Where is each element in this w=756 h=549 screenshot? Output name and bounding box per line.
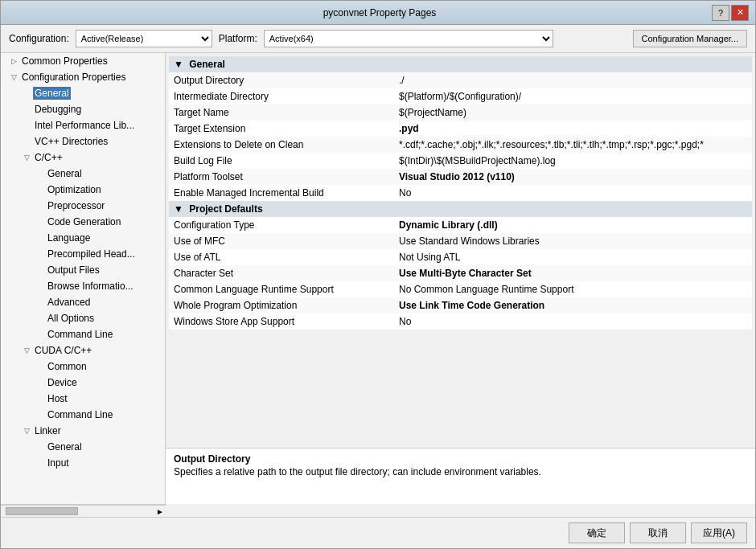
prop-value-clr-support: No Common Language Runtime Support: [394, 281, 752, 297]
table-row[interactable]: Character Set Use Multi-Byte Character S…: [169, 265, 752, 281]
sidebar-item-cuda-device[interactable]: Device: [1, 375, 165, 391]
sidebar-label-advanced: Advanced: [46, 296, 92, 309]
configuration-select[interactable]: Active(Release): [76, 30, 212, 47]
toggle-debugging: [20, 103, 33, 116]
table-row[interactable]: Enable Managed Incremental Build No: [169, 185, 752, 201]
prop-name-clr-support: Common Language Runtime Support: [169, 281, 394, 297]
sidebar-item-linker-input[interactable]: Input: [1, 455, 165, 471]
sidebar-item-code-generation[interactable]: Code Generation: [1, 214, 165, 230]
sidebar-item-output-files[interactable]: Output Files: [1, 262, 165, 278]
sidebar-item-linker-general[interactable]: General: [1, 439, 165, 455]
prop-value-win-store-support: No: [394, 313, 752, 330]
apply-button[interactable]: 应用(A): [691, 522, 747, 543]
platform-label: Platform:: [219, 33, 257, 44]
sidebar-item-cuda-cpp[interactable]: ▽ CUDA C/C++: [1, 342, 165, 358]
prop-value-use-atl: Not Using ATL: [394, 249, 752, 265]
sidebar-item-browse-info[interactable]: Browse Informatio...: [1, 278, 165, 294]
sidebar-item-cuda-cmdline[interactable]: Command Line: [1, 407, 165, 423]
sidebar-label-cpp-general: General: [46, 167, 84, 180]
section-project-defaults: ▼ Project Defaults: [169, 201, 752, 217]
toggle-common-properties[interactable]: ▷: [7, 55, 20, 68]
section-general: ▼ General: [169, 56, 752, 72]
prop-name-use-atl: Use of ATL: [169, 249, 394, 265]
sidebar-item-intel-perf[interactable]: Intel Performance Lib...: [1, 117, 165, 133]
sidebar-label-code-generation: Code Generation: [46, 215, 122, 228]
table-row[interactable]: Whole Program Optimization Use Link Time…: [169, 297, 752, 313]
ok-button[interactable]: 确定: [569, 522, 625, 543]
prop-name-charset: Character Set: [169, 265, 394, 281]
bottom-bar: 确定 取消 应用(A): [1, 517, 755, 548]
sidebar-item-cuda-host[interactable]: Host: [1, 391, 165, 407]
sidebar-item-common-properties[interactable]: ▷ Common Properties: [1, 53, 165, 69]
table-row[interactable]: Platform Toolset Visual Studio 2012 (v11…: [169, 169, 752, 185]
table-row[interactable]: Use of ATL Not Using ATL: [169, 249, 752, 265]
toggle-configuration-properties[interactable]: ▽: [7, 71, 20, 84]
right-panel: ▼ General Output Directory ./ Intermedia…: [166, 53, 755, 504]
sidebar-item-debugging[interactable]: Debugging: [1, 101, 165, 117]
table-row[interactable]: Intermediate Directory $(Platform)/$(Con…: [169, 88, 752, 104]
main-content: ▷ Common Properties ▽ Configuration Prop…: [1, 53, 755, 504]
sidebar-label-cuda-cmdline: Command Line: [46, 408, 114, 421]
sidebar-item-vc-dirs[interactable]: VC++ Directories: [1, 133, 165, 150]
info-panel: Output Directory Specifies a relative pa…: [166, 448, 755, 504]
sidebar-label-linker-input: Input: [46, 457, 71, 469]
toggle-cpp[interactable]: ▽: [20, 151, 33, 164]
cancel-button[interactable]: 取消: [630, 522, 686, 543]
sidebar-item-precompiled-headers[interactable]: Precompiled Head...: [1, 246, 165, 262]
sidebar-item-optimization[interactable]: Optimization: [1, 182, 165, 198]
sidebar-item-general[interactable]: General: [1, 85, 165, 101]
toggle-general: [20, 87, 33, 100]
sidebar-label-optimization: Optimization: [46, 183, 103, 196]
sidebar-item-all-options[interactable]: All Options: [1, 310, 165, 326]
config-label: Configuration:: [9, 33, 69, 44]
table-row[interactable]: Build Log File $(IntDir)\$(MSBuildProjec…: [169, 153, 752, 169]
table-row[interactable]: Target Name $(ProjectName): [169, 104, 752, 121]
table-row[interactable]: Output Directory ./: [169, 72, 752, 88]
prop-value-output-dir: ./: [394, 72, 752, 88]
table-row[interactable]: Target Extension .pyd: [169, 121, 752, 137]
prop-name-intermediate-dir: Intermediate Directory: [169, 88, 394, 104]
sidebar: ▷ Common Properties ▽ Configuration Prop…: [1, 53, 166, 504]
platform-select[interactable]: Active(x64): [264, 30, 553, 47]
prop-value-build-log: $(IntDir)\$(MSBuildProjectName).log: [394, 153, 752, 169]
properties-table: ▼ General Output Directory ./ Intermedia…: [166, 53, 755, 448]
sidebar-label-browse-info: Browse Informatio...: [46, 280, 135, 293]
toggle-cuda-cpp[interactable]: ▽: [20, 344, 33, 357]
sidebar-item-configuration-properties[interactable]: ▽ Configuration Properties: [1, 69, 165, 85]
help-button[interactable]: ?: [712, 5, 729, 21]
sidebar-label-language: Language: [46, 231, 92, 244]
info-description: Specifies a relative path to the output …: [174, 466, 747, 477]
sidebar-item-command-line-cpp[interactable]: Command Line: [1, 326, 165, 342]
table-row[interactable]: Configuration Type Dynamic Library (.dll…: [169, 217, 752, 233]
toggle-linker[interactable]: ▽: [20, 424, 33, 437]
sidebar-item-language[interactable]: Language: [1, 230, 165, 246]
sidebar-label-all-options: All Options: [46, 312, 96, 325]
sidebar-label-preprocessor: Preprocessor: [46, 199, 106, 212]
prop-value-whole-prog-opt: Use Link Time Code Generation: [394, 297, 752, 313]
property-pages-window: pyconvnet Property Pages ? ✕ Configurati…: [0, 0, 756, 549]
sidebar-item-cuda-common[interactable]: Common: [1, 358, 165, 375]
close-button[interactable]: ✕: [731, 5, 749, 21]
sidebar-item-cpp-general[interactable]: General: [1, 166, 165, 182]
table-row[interactable]: Use of MFC Use Standard Windows Librarie…: [169, 233, 752, 249]
prop-value-target-name: $(ProjectName): [394, 104, 752, 121]
prop-value-extensions-delete: *.cdf;*.cache;*.obj;*.ilk;*.resources;*.…: [394, 137, 752, 153]
prop-name-output-dir: Output Directory: [169, 72, 394, 88]
prop-grid: ▼ General Output Directory ./ Intermedia…: [169, 56, 752, 330]
table-row[interactable]: Common Language Runtime Support No Commo…: [169, 281, 752, 297]
prop-value-use-mfc: Use Standard Windows Libraries: [394, 233, 752, 249]
window-title: pyconvnet Property Pages: [47, 7, 712, 18]
sidebar-item-linker[interactable]: ▽ Linker: [1, 423, 165, 439]
sidebar-scroll-right[interactable]: ►: [156, 507, 164, 516]
sidebar-item-preprocessor[interactable]: Preprocessor: [1, 198, 165, 214]
table-row[interactable]: Windows Store App Support No: [169, 313, 752, 330]
prop-name-whole-prog-opt: Whole Program Optimization: [169, 297, 394, 313]
sidebar-item-cpp[interactable]: ▽ C/C++: [1, 150, 165, 166]
sidebar-label-cpp: C/C++: [33, 151, 64, 164]
sidebar-label-output-files: Output Files: [46, 264, 101, 277]
config-manager-button[interactable]: Configuration Manager...: [633, 30, 747, 47]
sidebar-item-advanced[interactable]: Advanced: [1, 294, 165, 310]
prop-name-target-name: Target Name: [169, 104, 394, 121]
table-row[interactable]: Extensions to Delete on Clean *.cdf;*.ca…: [169, 137, 752, 153]
prop-name-use-mfc: Use of MFC: [169, 233, 394, 249]
